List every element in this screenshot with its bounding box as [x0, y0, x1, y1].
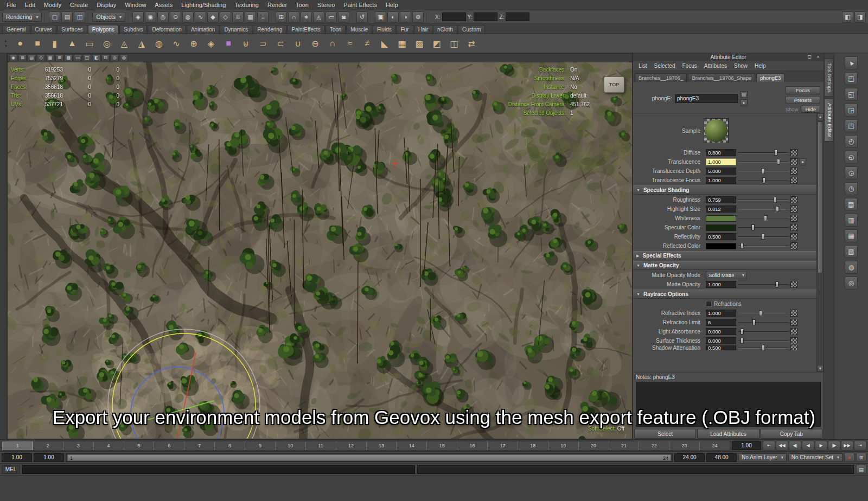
- right-toolbar-icon[interactable]: ◷: [845, 182, 858, 195]
- shelf-tab-fur[interactable]: Fur: [397, 25, 413, 34]
- terrain-scene-canvas[interactable]: [8, 62, 632, 439]
- translucence-depth-field[interactable]: [706, 168, 736, 175]
- file-open-icon[interactable]: ▤: [61, 11, 73, 23]
- step-back-key-button[interactable]: ◀|: [789, 441, 801, 451]
- select-curves-icon[interactable]: ∿: [195, 11, 206, 23]
- step-forward-frame-button[interactable]: ▶▶: [841, 441, 853, 451]
- shelf-tab-dynamics[interactable]: Dynamics: [220, 25, 252, 34]
- timeline-frame-16[interactable]: 16: [457, 441, 487, 450]
- make-live-icon[interactable]: ◙: [338, 11, 349, 23]
- float-panel-icon[interactable]: ⊡: [806, 54, 813, 60]
- poly-platonic-solid-icon[interactable]: ◈: [203, 35, 219, 52]
- select-by-hierarchy-icon[interactable]: ◈: [132, 11, 144, 23]
- append-polygon-icon[interactable]: ◩: [429, 35, 445, 52]
- field-chart-icon[interactable]: ⊟: [101, 54, 110, 61]
- command-line-input[interactable]: [22, 465, 415, 474]
- menu-texturing[interactable]: Texturing: [230, 1, 263, 9]
- attribute-slider[interactable]: [738, 233, 788, 240]
- slider-handle[interactable]: [762, 177, 765, 183]
- show-hide-editors-icon[interactable]: ◧: [842, 11, 853, 23]
- attribute-slider[interactable]: [738, 177, 788, 184]
- file-save-icon[interactable]: ◫: [74, 11, 85, 23]
- diffuse-field[interactable]: [706, 149, 736, 156]
- command-language-toggle[interactable]: MEL: [2, 465, 20, 474]
- texture-map-icon[interactable]: [790, 345, 797, 350]
- menu-toon[interactable]: Toon: [291, 1, 313, 9]
- go-to-playback-end-button[interactable]: ⇥: [854, 441, 866, 451]
- timeline-frame-15[interactable]: 15: [426, 441, 457, 450]
- slider-handle[interactable]: [762, 234, 765, 240]
- ae-menu-help[interactable]: Help: [751, 62, 769, 69]
- camera-attributes-icon[interactable]: ▤: [28, 54, 36, 61]
- playback-end-field[interactable]: [674, 453, 705, 462]
- x-coordinate-field[interactable]: [442, 12, 466, 21]
- film-gate-icon[interactable]: ▭: [74, 54, 82, 61]
- texture-map-icon[interactable]: [790, 337, 797, 344]
- attribute-slider[interactable]: [738, 328, 788, 335]
- right-toolbar-icon[interactable]: ◍: [845, 261, 858, 274]
- timeline-frame-5[interactable]: 5: [124, 441, 154, 450]
- matte-opacity-mode-dropdown[interactable]: Solid Matte▾: [706, 272, 747, 279]
- playback-start-field[interactable]: [34, 453, 64, 462]
- timeline-frame-10[interactable]: 10: [275, 441, 305, 450]
- attribute-slider[interactable]: [738, 345, 788, 350]
- viewport-canvas-area[interactable]: Verts:61925300Edges:75327900Faces:356618…: [8, 62, 632, 439]
- animation-end-field[interactable]: [706, 453, 737, 462]
- timeline-frame-8[interactable]: 8: [214, 441, 245, 450]
- right-toolbar-icon[interactable]: ◴: [845, 135, 858, 148]
- time-slider[interactable]: 123456789101112131415161718192021222324: [2, 441, 730, 451]
- scrollbar-track[interactable]: [817, 120, 824, 365]
- shelf-tab-rendering[interactable]: Rendering: [253, 25, 286, 34]
- slider-handle[interactable]: [774, 197, 777, 203]
- shelf-menu-icon[interactable]: ▸▾: [2, 39, 10, 48]
- separate-icon[interactable]: ⊃: [255, 35, 271, 52]
- poly-helix-icon[interactable]: ∿: [168, 35, 184, 52]
- right-toolbar-icon[interactable]: ◲: [845, 104, 858, 117]
- specular-color-color-swatch[interactable]: [706, 224, 736, 231]
- menu-assets[interactable]: Assets: [150, 1, 177, 9]
- load-attributes-button[interactable]: Load Attributes: [697, 429, 759, 439]
- scroll-down-icon[interactable]: ▼: [817, 365, 824, 372]
- select-dynamics-icon[interactable]: ≋: [232, 11, 244, 23]
- shelf-tab-painteffects[interactable]: PaintEffects: [287, 25, 324, 34]
- shelf-tab-hair[interactable]: Hair: [414, 25, 432, 34]
- attribute-slider[interactable]: [738, 205, 788, 213]
- shelf-tab-ncloth[interactable]: nCloth: [433, 25, 457, 34]
- light-absorbance-field[interactable]: [706, 328, 736, 335]
- lock-camera-icon[interactable]: ⊠: [18, 54, 27, 61]
- select-surfaces-icon[interactable]: ◆: [207, 11, 219, 23]
- timeline-frame-18[interactable]: 18: [518, 441, 548, 450]
- slider-handle[interactable]: [762, 345, 765, 350]
- shelf-tab-subdivs[interactable]: Subdivs: [119, 25, 148, 34]
- view-axis-gizmo[interactable]: TOP: [604, 76, 624, 93]
- slider-handle[interactable]: [741, 329, 744, 335]
- input-connection-icon[interactable]: ▸: [800, 158, 806, 165]
- select-deformations-icon[interactable]: ◇: [220, 11, 231, 23]
- hide-button[interactable]: Hide: [801, 106, 820, 113]
- texture-map-icon[interactable]: [790, 149, 797, 156]
- poly-pyramid-icon[interactable]: ◮: [133, 35, 150, 52]
- translucence-field[interactable]: [706, 158, 736, 165]
- poly-sphere-icon[interactable]: ●: [12, 35, 28, 52]
- texture-map-icon[interactable]: [790, 224, 797, 231]
- play-forwards-button[interactable]: ▶: [815, 441, 827, 451]
- combine-icon[interactable]: ⊎: [238, 35, 254, 52]
- poly-plane-icon[interactable]: ▭: [81, 35, 98, 52]
- right-toolbar-icon[interactable]: ◵: [845, 151, 858, 164]
- slider-handle[interactable]: [774, 150, 777, 156]
- timeline-frame-23[interactable]: 23: [669, 441, 699, 450]
- menu-paint-effects[interactable]: Paint Effects: [339, 1, 381, 9]
- focus-button[interactable]: Focus: [786, 86, 820, 94]
- viewport-panel[interactable]: ◉⊠▤◇▦⊞▩▭◫◧⊟◎◍ Verts:61925300Edges:753279…: [7, 53, 633, 439]
- menu-window[interactable]: Window: [120, 1, 150, 9]
- slider-handle[interactable]: [752, 319, 756, 325]
- attribute-editor-scrollbar[interactable]: ▲ ▼: [816, 113, 824, 372]
- poly-cylinder-icon[interactable]: ▮: [47, 35, 63, 52]
- select-by-object-icon[interactable]: ◉: [145, 11, 156, 23]
- gate-mask-icon[interactable]: ◧: [92, 54, 100, 61]
- timeline-frame-22[interactable]: 22: [639, 441, 669, 450]
- presets-button[interactable]: Presets: [786, 96, 820, 104]
- snap-to-curve-icon[interactable]: ∩: [288, 11, 299, 23]
- timeline-frame-19[interactable]: 19: [548, 441, 578, 450]
- scrollbar-thumb[interactable]: [818, 121, 823, 273]
